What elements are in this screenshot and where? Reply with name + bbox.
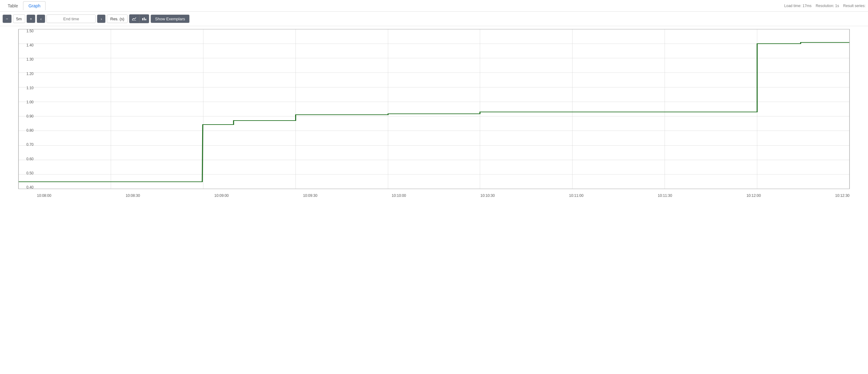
resolution: Resolution: 1s [816,4,839,8]
x-label: 10:11:30 [658,194,672,198]
y-label: 1.20 [27,72,34,76]
end-time-input[interactable] [46,14,96,23]
plus-button[interactable]: + [27,14,36,23]
svg-rect-3 [145,19,146,20]
x-label: 10:09:30 [303,194,317,198]
y-label: 0.60 [27,157,34,161]
svg-rect-2 [144,18,145,20]
y-label: 1.00 [27,100,34,104]
meta-info: Load time: 17ms Resolution: 1s Result se… [784,4,866,8]
x-label: 10:10:00 [392,194,406,198]
x-axis: 10:08:00 10:08:30 10:09:00 10:09:30 10:1… [37,194,849,198]
y-label: 0.40 [27,185,34,189]
res-button[interactable]: Res. (s) [107,14,128,23]
bar-chart-button[interactable] [139,14,149,23]
tab-graph[interactable]: Graph [23,1,45,10]
y-label: 1.10 [27,86,34,90]
y-label: 0.80 [27,129,34,132]
svg-rect-26 [19,29,849,189]
y-label: 1.30 [27,58,34,61]
prev-button[interactable]: ‹ [37,14,45,23]
duration-button[interactable]: 5m [13,14,25,23]
minus-button[interactable]: − [2,14,12,23]
y-axis: 1.50 1.40 1.30 1.20 1.10 1.00 0.90 0.80 … [19,29,35,189]
x-label: 10:12:00 [746,194,761,198]
tabs: Table Graph [2,1,45,10]
top-bar: Table Graph Load time: 17ms Resolution: … [0,0,868,12]
x-label: 10:11:00 [569,194,584,198]
chart-container: 1.50 1.40 1.30 1.20 1.10 1.00 0.90 0.80 … [19,29,849,189]
x-label: 10:08:30 [126,194,140,198]
chart-area: 1.50 1.40 1.30 1.20 1.10 1.00 0.90 0.80 … [0,26,868,201]
next-button[interactable]: › [97,14,105,23]
show-exemplars-button[interactable]: Show Exemplars [151,14,190,23]
x-label: 10:12:30 [835,194,849,198]
y-label: 1.40 [27,43,34,47]
load-time: Load time: 17ms [784,4,812,8]
x-label: 10:08:00 [37,194,52,198]
y-label: 0.50 [27,171,34,175]
x-label: 10:10:30 [480,194,495,198]
tab-table[interactable]: Table [2,1,23,10]
y-label: 0.90 [27,114,34,118]
chart-svg [19,29,849,189]
svg-rect-1 [142,18,143,20]
x-label: 10:09:00 [214,194,229,198]
chart-type-buttons [129,14,149,23]
toolbar: − 5m + ‹ › Res. (s) Show Exemplars [0,12,868,26]
result-series: Result series: [843,4,866,8]
y-label: 0.70 [27,143,34,146]
y-label: 1.50 [27,29,34,33]
line-chart-button[interactable] [129,14,139,23]
